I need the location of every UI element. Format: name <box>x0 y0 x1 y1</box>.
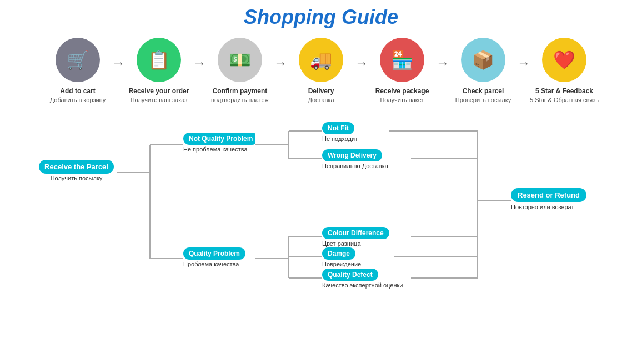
step-add-to-cart: 🛒Add to cartДобавить в корзину <box>42 38 114 104</box>
step-en-feedback: 5 Star & Feedback <box>530 87 599 96</box>
step-ru-check-parcel: Проверить посылку <box>455 96 511 104</box>
not-fit-pill: Not Fit <box>322 122 354 134</box>
damage-pill: Damge <box>322 247 355 260</box>
colour-diff-node: Colour Difference Цвет разница <box>322 227 405 249</box>
colour-diff-sublabel: Цвет разница <box>322 240 361 247</box>
step-icon-check-parcel: 📦 <box>461 38 505 82</box>
step-label-delivery: DeliveryДоставка <box>308 87 334 104</box>
damage-node: Damge Повреждение <box>322 247 389 270</box>
damage-sublabel: Повреждение <box>322 261 361 267</box>
not-fit-sublabel: Не подходит <box>322 135 358 142</box>
quality-defect-sublabel: Качество экспертной оценки <box>322 282 403 289</box>
step-label-receive-order: Receive your orderПолучите ваш заказ <box>129 87 189 104</box>
page-title: Shopping Guide <box>11 6 631 29</box>
step-ru-delivery: Доставка <box>308 96 334 104</box>
step-check-parcel: 📦Check parcelПроверить посылку <box>447 38 519 104</box>
wrong-delivery-sublabel: Неправильно Доставка <box>322 163 388 169</box>
outcome-pill: Resend or Refund <box>511 188 586 202</box>
quality-pill: Quality Problem <box>183 247 245 260</box>
wrong-delivery-pill: Wrong Delivery <box>322 149 382 161</box>
step-ru-receive-order: Получите ваш заказ <box>129 96 189 104</box>
outcome-node: Resend or Refund Повторно или возврат <box>511 188 594 216</box>
quality-node: Quality Problem Проблема качества <box>183 247 255 272</box>
step-icon-add-to-cart: 🛒 <box>56 38 100 82</box>
step-ru-add-to-cart: Добавить в корзину <box>50 96 106 104</box>
quality-defect-pill: Quality Defect <box>322 269 378 281</box>
flowchart-svg: Receive the Parcel Получить посылку Not … <box>28 114 636 292</box>
step-ru-feedback: 5 Star & Обратная связь <box>530 96 599 104</box>
step-ru-confirm-payment: подтвердить платеж <box>211 96 269 104</box>
step-ru-receive-package: Получить пакет <box>375 96 429 104</box>
step-confirm-payment: 💵Confirm paymentподтвердить платеж <box>204 38 276 104</box>
step-icon-delivery: 🚚 <box>299 38 343 82</box>
step-label-add-to-cart: Add to cartДобавить в корзину <box>50 87 106 104</box>
root-pill: Receive the Parcel <box>39 160 114 174</box>
step-icon-receive-order: 📋 <box>137 38 181 82</box>
step-en-add-to-cart: Add to cart <box>50 87 106 96</box>
step-label-check-parcel: Check parcelПроверить посылку <box>455 87 511 104</box>
step-receive-package: 🏪Receive packageПолучить пакет <box>366 38 438 104</box>
step-receive-order: 📋Receive your orderПолучите ваш заказ <box>123 38 195 104</box>
step-en-receive-package: Receive package <box>375 87 429 96</box>
flowchart: Receive the Parcel Получить посылку Not … <box>11 114 631 294</box>
step-en-check-parcel: Check parcel <box>455 87 511 96</box>
step-label-confirm-payment: Confirm paymentподтвердить платеж <box>211 87 269 104</box>
step-feedback: ❤️5 Star & Feedback5 Star & Обратная свя… <box>528 38 600 104</box>
root-sublabel: Получить посылку <box>51 175 103 181</box>
not-quality-node: Not Quality Problem Не проблема качества <box>183 133 255 158</box>
quality-sublabel: Проблема качества <box>183 261 239 267</box>
not-quality-pill: Not Quality Problem <box>183 133 255 145</box>
outcome-sublabel: Повторно или возврат <box>511 204 574 210</box>
wrong-delivery-node: Wrong Delivery Неправильно Доставка <box>322 149 405 171</box>
step-delivery: 🚚DeliveryДоставка <box>285 38 357 104</box>
not-fit-node: Not Fit Не подходит <box>322 122 389 144</box>
steps-row: 🛒Add to cartДобавить в корзину→📋Receive … <box>11 38 631 104</box>
colour-diff-pill: Colour Difference <box>322 227 389 239</box>
not-quality-sublabel: Не проблема качества <box>183 146 248 153</box>
step-label-feedback: 5 Star & Feedback5 Star & Обратная связь <box>530 87 599 104</box>
page: Shopping Guide 🛒Add to cartДобавить в ко… <box>0 0 642 364</box>
step-en-receive-order: Receive your order <box>129 87 189 96</box>
step-en-delivery: Delivery <box>308 87 334 96</box>
step-label-receive-package: Receive packageПолучить пакет <box>375 87 429 104</box>
root-node: Receive the Parcel Получить посылку <box>36 160 117 188</box>
quality-defect-node: Quality Defect Качество экспертной оценк… <box>322 269 405 291</box>
step-icon-receive-package: 🏪 <box>380 38 424 82</box>
step-icon-confirm-payment: 💵 <box>218 38 262 82</box>
step-icon-feedback: ❤️ <box>542 38 586 82</box>
step-en-confirm-payment: Confirm payment <box>211 87 269 96</box>
